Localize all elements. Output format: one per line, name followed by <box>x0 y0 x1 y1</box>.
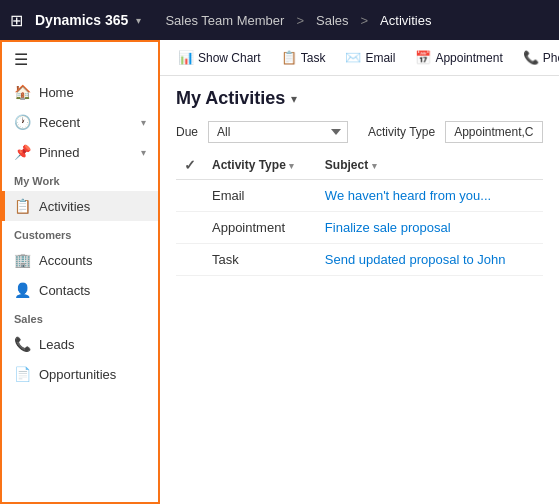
sort-icon: ▾ <box>289 161 294 171</box>
main-area: ☰ 🏠 Home 🕐 Recent ▾ 📌 Pinned ▾ My Work 📋… <box>0 40 559 504</box>
sidebar-item-recent[interactable]: 🕐 Recent ▾ <box>2 107 158 137</box>
phone-icon: 📞 <box>523 50 539 65</box>
chevron-down-icon: ▾ <box>141 117 146 128</box>
task-button[interactable]: 📋 Task <box>273 46 334 69</box>
activities-title: My Activities <box>176 88 285 109</box>
topbar: ⊞ Dynamics 365 ▾ Sales Team Member > Sal… <box>0 0 559 40</box>
row-activity-type: Task <box>204 244 317 276</box>
sidebar: ☰ 🏠 Home 🕐 Recent ▾ 📌 Pinned ▾ My Work 📋… <box>0 40 160 504</box>
task-icon: 📋 <box>281 50 297 65</box>
sort-icon: ▾ <box>372 161 377 171</box>
sidebar-item-label: Pinned <box>39 145 79 160</box>
sidebar-item-contacts[interactable]: 👤 Contacts <box>2 275 158 305</box>
sidebar-item-home[interactable]: 🏠 Home <box>2 77 158 107</box>
activities-chevron-icon[interactable]: ▾ <box>291 92 297 106</box>
row-activity-type: Email <box>204 180 317 212</box>
activity-type-label: Activity Type <box>368 125 435 139</box>
row-subject[interactable]: Finalize sale proposal <box>317 212 543 244</box>
row-subject[interactable]: We haven't heard from you... <box>317 180 543 212</box>
activity-type-col-header[interactable]: Activity Type ▾ <box>204 151 317 180</box>
chevron-down-icon: ▾ <box>141 147 146 158</box>
show-chart-button[interactable]: 📊 Show Chart <box>170 46 269 69</box>
sidebar-item-label: Home <box>39 85 74 100</box>
email-button[interactable]: ✉️ Email <box>337 46 403 69</box>
content-area: 📊 Show Chart 📋 Task ✉️ Email 📅 Appointme… <box>160 40 559 504</box>
table-row: Email We haven't heard from you... <box>176 180 543 212</box>
nav-role: Sales Team Member <box>165 13 284 28</box>
filter-row: Due All Activity Type Appointment,C <box>160 117 559 151</box>
due-filter-select[interactable]: All <box>208 121 348 143</box>
phone-call-label: Phone Call <box>543 51 559 65</box>
chart-icon: 📊 <box>178 50 194 65</box>
row-activity-type: Appointment <box>204 212 317 244</box>
breadcrumb-separator: > <box>296 13 304 28</box>
breadcrumb-section[interactable]: Sales <box>316 13 349 28</box>
sidebar-item-accounts[interactable]: 🏢 Accounts <box>2 245 158 275</box>
due-label: Due <box>176 125 198 139</box>
sidebar-item-label: Accounts <box>39 253 92 268</box>
table-row: Appointment Finalize sale proposal <box>176 212 543 244</box>
row-check <box>176 180 204 212</box>
activities-table-container: ✓ Activity Type ▾ Subject ▾ Em <box>160 151 559 504</box>
email-label: Email <box>365 51 395 65</box>
show-chart-label: Show Chart <box>198 51 261 65</box>
app-name: Dynamics 365 <box>35 12 128 28</box>
subject-col-header[interactable]: Subject ▾ <box>317 151 543 180</box>
waffle-icon[interactable]: ⊞ <box>10 11 23 30</box>
appointment-button[interactable]: 📅 Appointment <box>407 46 510 69</box>
activities-table: ✓ Activity Type ▾ Subject ▾ Em <box>176 151 543 276</box>
section-label-customers: Customers <box>2 221 158 245</box>
action-bar: 📊 Show Chart 📋 Task ✉️ Email 📅 Appointme… <box>160 40 559 76</box>
breadcrumb-separator-2: > <box>361 13 369 28</box>
row-subject[interactable]: Send updated proposal to John <box>317 244 543 276</box>
table-header-row: ✓ Activity Type ▾ Subject ▾ <box>176 151 543 180</box>
appointment-label: Appointment <box>435 51 502 65</box>
contacts-icon: 👤 <box>14 282 31 298</box>
sidebar-item-pinned[interactable]: 📌 Pinned ▾ <box>2 137 158 167</box>
row-check <box>176 212 204 244</box>
section-label-sales: Sales <box>2 305 158 329</box>
sidebar-item-label: Recent <box>39 115 80 130</box>
appointment-icon: 📅 <box>415 50 431 65</box>
activity-type-filter-value[interactable]: Appointment,C <box>445 121 542 143</box>
sidebar-item-label: Contacts <box>39 283 90 298</box>
sidebar-item-label: Activities <box>39 199 90 214</box>
section-label-my-work: My Work <box>2 167 158 191</box>
sidebar-item-leads[interactable]: 📞 Leads <box>2 329 158 359</box>
sidebar-item-label: Leads <box>39 337 74 352</box>
task-label: Task <box>301 51 326 65</box>
pin-icon: 📌 <box>14 144 31 160</box>
phone-call-button[interactable]: 📞 Phone Call <box>515 46 559 69</box>
table-row: Task Send updated proposal to John <box>176 244 543 276</box>
app-chevron[interactable]: ▾ <box>136 15 141 26</box>
accounts-icon: 🏢 <box>14 252 31 268</box>
email-icon: ✉️ <box>345 50 361 65</box>
leads-icon: 📞 <box>14 336 31 352</box>
sidebar-item-activities[interactable]: 📋 Activities <box>2 191 158 221</box>
recent-icon: 🕐 <box>14 114 31 130</box>
sidebar-item-opportunities[interactable]: 📄 Opportunities <box>2 359 158 389</box>
activities-header: My Activities ▾ <box>160 76 559 117</box>
activities-icon: 📋 <box>14 198 31 214</box>
check-col-header: ✓ <box>176 151 204 180</box>
hamburger-icon[interactable]: ☰ <box>2 42 158 77</box>
opportunities-icon: 📄 <box>14 366 31 382</box>
checkmark-icon: ✓ <box>184 157 196 173</box>
home-icon: 🏠 <box>14 84 31 100</box>
breadcrumb-active: Activities <box>380 13 431 28</box>
sidebar-item-label: Opportunities <box>39 367 116 382</box>
row-check <box>176 244 204 276</box>
